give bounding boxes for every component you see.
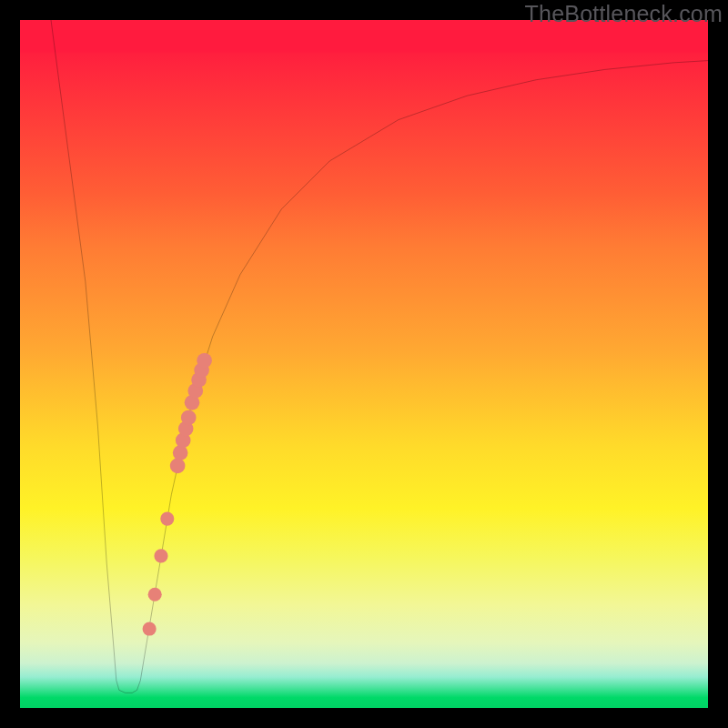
data-marker	[148, 588, 162, 602]
data-marker	[154, 549, 167, 562]
chart-container: TheBottleneck.com	[0, 0, 728, 728]
data-marker	[170, 459, 186, 474]
watermark-text: TheBottleneck.com	[525, 1, 723, 27]
data-marker	[143, 622, 157, 636]
data-marker	[197, 353, 212, 369]
data-marker	[181, 410, 197, 426]
chart-svg	[20, 20, 708, 708]
data-markers	[143, 353, 212, 636]
data-marker	[160, 512, 174, 526]
